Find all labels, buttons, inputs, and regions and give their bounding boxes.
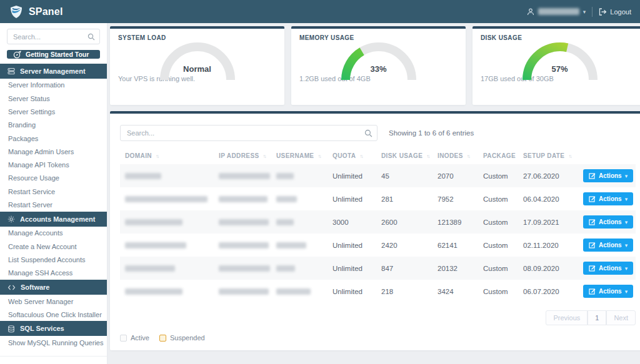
column-header-quota[interactable]: Quota↑↓ <box>328 147 376 164</box>
sidebar-item-show-mysql-running-queries[interactable]: Show MySQL Running Queries <box>0 336 107 349</box>
main-content: SYSTEM LOAD Normal Your VPS is running w… <box>108 23 640 364</box>
sidebar-item-manage-api-tokens[interactable]: Manage API Tokens <box>0 159 107 172</box>
redacted-ip-address <box>219 242 269 248</box>
sidebar-item-branding[interactable]: Branding <box>0 119 107 132</box>
inodes-cell: 2070 <box>432 164 478 187</box>
actions-button[interactable]: Actions ▾ <box>583 192 633 205</box>
redacted-username <box>276 265 295 272</box>
edit-icon <box>589 265 596 272</box>
quota-cell: Unlimited <box>328 234 376 257</box>
actions-button[interactable]: Actions ▾ <box>583 169 633 182</box>
column-header-ip-address[interactable]: IP Address↑↓ <box>214 147 271 164</box>
sort-arrows-icon: ↑↓ <box>263 154 266 159</box>
previous-page-button[interactable]: Previous <box>546 310 588 325</box>
column-header-domain[interactable]: Domain↑↓ <box>120 147 214 164</box>
sidebar-item-softaculous-one-click-installer[interactable]: Softaculous One Click Installer <box>0 308 107 321</box>
accounts-table: Domain↑↓IP Address↑↓Username↑↓Quota↑↓Dis… <box>120 147 636 303</box>
sidebar-section-server-management[interactable]: Server Management <box>0 64 107 79</box>
disk-usage-card: DISK USAGE 57% 17GB used out of 30GB <box>472 26 640 105</box>
column-header-setup-date[interactable]: Setup Date↑↓ <box>518 147 578 164</box>
sidebar-item-resource-usage[interactable]: Resource Usage <box>0 172 107 185</box>
brand-name: SPanel <box>29 6 63 17</box>
memory-usage-card: MEMORY USAGE 33% 1.2GB used out of 4GB <box>291 26 466 105</box>
sidebar-item-web-server-manager[interactable]: Web Server Manager <box>0 295 107 308</box>
accounts-panel: Showing 1 to 6 of 6 entries Domain↑↓IP A… <box>110 111 640 350</box>
setup-date-cell: 27.06.2020 <box>518 164 578 187</box>
sidebar-item-create-a-new-account[interactable]: Create a New Account <box>0 240 107 253</box>
page-number-button[interactable]: 1 <box>588 310 606 325</box>
redacted-domain <box>125 242 186 248</box>
next-page-button[interactable]: Next <box>606 310 636 325</box>
actions-button[interactable]: Actions ▾ <box>583 215 633 229</box>
package-cell: Custom <box>478 187 518 210</box>
showing-entries-text: Showing 1 to 6 of 6 entries <box>389 129 474 137</box>
actions-button[interactable]: Actions ▾ <box>583 285 633 298</box>
sidebar-item-server-information[interactable]: Server Information <box>0 79 107 92</box>
setup-date-cell: 17.09.2021 <box>518 210 578 234</box>
brand[interactable]: SPanel <box>9 5 63 19</box>
package-cell: Custom <box>478 210 518 234</box>
redacted-username <box>276 173 294 179</box>
edit-icon <box>589 288 596 295</box>
card-title: SYSTEM LOAD <box>118 34 276 41</box>
chevron-down-icon: ▾ <box>625 242 628 248</box>
table-search-input[interactable] <box>120 125 378 141</box>
redacted-ip-address <box>219 196 268 202</box>
inodes-cell: 20132 <box>432 257 478 280</box>
column-header-inodes[interactable]: Inodes↑↓ <box>432 147 478 164</box>
stats-cards-row: SYSTEM LOAD Normal Your VPS is running w… <box>110 26 640 105</box>
search-icon <box>88 32 95 41</box>
sidebar-item-restart-server[interactable]: Restart Server <box>0 198 107 211</box>
top-navbar: SPanel ▾ Logout <box>0 0 640 23</box>
actions-button[interactable]: Actions ▾ <box>583 262 633 275</box>
sidebar-item-manage-accounts[interactable]: Manage Accounts <box>0 227 107 240</box>
package-cell: Custom <box>478 234 518 257</box>
column-header-username[interactable]: Username↑↓ <box>271 147 328 164</box>
sidebar-search-input[interactable] <box>7 29 100 44</box>
disk-usage-cell: 45 <box>376 164 432 187</box>
disk-usage-cell: 2600 <box>376 210 432 234</box>
sidebar-footer: © SPanel. All rights reserved. <box>0 356 107 364</box>
actions-button[interactable]: Actions ▾ <box>583 239 633 252</box>
sort-arrows-icon: ↑↓ <box>568 154 571 159</box>
edit-icon <box>589 195 596 202</box>
sidebar-item-manage-ssh-access[interactable]: Manage SSH Access <box>0 267 107 280</box>
server-icon <box>8 67 15 75</box>
sidebar-item-restart-service[interactable]: Restart Service <box>0 185 107 198</box>
edit-icon <box>589 242 596 248</box>
sort-arrows-icon: ↑↓ <box>156 154 158 159</box>
redacted-ip-address <box>219 173 270 179</box>
sidebar-item-list-suspended-accounts[interactable]: List Suspended Accounts <box>0 253 107 266</box>
chevron-down-icon: ▾ <box>583 9 586 15</box>
logout-button[interactable]: Logout <box>599 7 631 16</box>
table-row: Unlimited 45 2070 Custom 27.06.2020 Acti… <box>120 164 636 187</box>
table-row: 3000 2600 121389 Custom 17.09.2021 Actio… <box>120 210 636 234</box>
redacted-username <box>538 8 579 15</box>
quota-cell: Unlimited <box>328 164 376 187</box>
redacted-domain <box>125 219 182 225</box>
redacted-domain <box>125 173 161 179</box>
chevron-down-icon: ▾ <box>625 173 628 179</box>
inodes-cell: 62141 <box>432 234 478 257</box>
table-row: Unlimited 2420 62141 Custom 02.11.2020 A… <box>120 234 636 257</box>
redacted-ip-address <box>219 288 269 295</box>
sidebar-section-accounts-management[interactable]: Accounts Management <box>0 212 107 227</box>
column-header-disk-usage[interactable]: Disk Usage↑↓ <box>376 147 432 164</box>
setup-date-cell: 02.11.2020 <box>518 234 578 257</box>
sidebar-section-software[interactable]: Software <box>0 280 107 295</box>
sidebar-item-server-status[interactable]: Server Status <box>0 92 107 105</box>
gauge-value: 57% <box>513 64 607 74</box>
tour-compass-icon <box>13 50 21 59</box>
sidebar-item-manage-admin-users[interactable]: Manage Admin Users <box>0 145 107 158</box>
system-load-card: SYSTEM LOAD Normal Your VPS is running w… <box>110 26 284 105</box>
redacted-username <box>276 219 294 225</box>
redacted-username <box>276 242 306 248</box>
sidebar-section-sql-services[interactable]: SQL Services <box>0 321 107 336</box>
sidebar-item-server-settings[interactable]: Server Settings <box>0 105 107 118</box>
status-legend: ActiveSuspended <box>120 334 636 342</box>
getting-started-tour-button[interactable]: Getting Started Tour <box>7 50 100 59</box>
package-cell: Custom <box>478 257 518 280</box>
user-menu[interactable]: ▾ <box>527 7 586 16</box>
redacted-domain <box>125 288 182 295</box>
sidebar-item-packages[interactable]: Packages <box>0 132 107 145</box>
